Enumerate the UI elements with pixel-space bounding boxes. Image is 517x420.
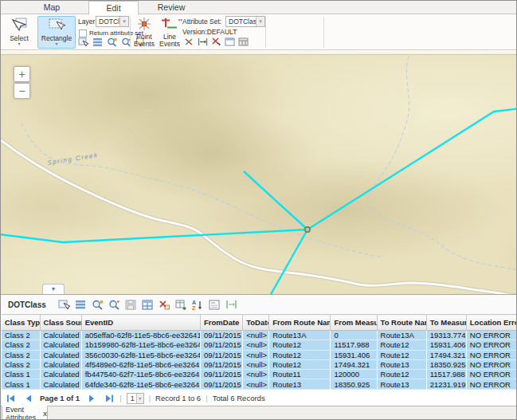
tab-edit[interactable]: Edit [88, 1, 139, 15]
table-cell[interactable]: Route13A [269, 331, 331, 340]
column-header[interactable]: FromDate [201, 315, 243, 331]
table-cell[interactable]: Calculated [40, 331, 81, 340]
table-cell[interactable]: 21231.919 [426, 379, 466, 389]
table-cell[interactable]: 18350.925 [331, 379, 377, 389]
select-features-icon[interactable] [77, 37, 88, 47]
close-icon[interactable]: x [43, 410, 47, 418]
table-cell[interactable]: 356c0030-62f8-11e5-8bc6-ee32641d5ec9 [81, 350, 200, 359]
table-cell[interactable]: NO ERROR [466, 359, 516, 369]
table-cell[interactable]: 09/11/2015 [201, 359, 243, 369]
table-cell[interactable]: 120000 [331, 370, 377, 379]
table-row[interactable]: Class 2Calculated1b159980-62f8-11e5-8bc6… [2, 340, 517, 350]
table-cell[interactable]: Route13A [377, 331, 426, 340]
table-cell[interactable]: NO ERROR [466, 340, 516, 350]
table-cell[interactable]: 18350.925 [426, 359, 466, 369]
table-cell[interactable]: <null> [243, 359, 269, 369]
table-cell[interactable]: NO ERROR [466, 370, 516, 379]
table-row[interactable]: Class 2Calculated356c0030-62f8-11e5-8bc6… [2, 350, 517, 359]
event-table-icon[interactable] [237, 37, 249, 47]
table-cell[interactable]: 64fde340-62f8-11e5-8bc6-ee32641d5ec9 [81, 379, 200, 389]
column-header[interactable]: Location Error [466, 315, 516, 331]
rectangle-button[interactable]: Rectangle ▾ [37, 16, 76, 49]
table-cell[interactable]: Route12 [377, 350, 426, 359]
table-cell[interactable]: 11517.988 [331, 340, 377, 350]
table-cell[interactable]: 09/11/2015 [201, 370, 243, 379]
table-cell[interactable]: 11517.988 [426, 370, 466, 379]
event-table[interactable]: Class TypeClass SourceEventIDFromDateToD… [2, 314, 517, 390]
table-cell[interactable]: Route11 [269, 370, 331, 379]
list-icon[interactable] [74, 298, 88, 311]
table-cell[interactable]: 4f5489e0-62f8-11e5-8bc6-ee32641d5ec9 [81, 359, 200, 369]
table-cell[interactable]: Class 2 [2, 359, 40, 369]
pan-to-selection-icon[interactable] [108, 298, 121, 311]
table-cell[interactable]: Calculated [40, 359, 81, 369]
table-cell[interactable]: <null> [243, 350, 269, 359]
map-canvas[interactable]: + − Spring Creek ▼ [1, 55, 517, 294]
table-cell[interactable]: Class 1 [2, 379, 40, 389]
line-events-button[interactable]: Line Events ▾▾ [158, 16, 182, 49]
chevron-down-icon[interactable]: ▾ [119, 17, 128, 26]
column-header[interactable]: To Route Name [377, 315, 426, 331]
table-cell[interactable]: 0 [331, 331, 377, 340]
page-number-combobox[interactable]: 1 ▾ [127, 393, 144, 404]
table-cell[interactable]: Route13 [269, 379, 331, 389]
table-cell[interactable]: 09/11/2015 [201, 379, 243, 389]
column-header[interactable]: Class Source [40, 315, 81, 331]
show-table-icon[interactable] [141, 298, 155, 311]
table-cell[interactable]: 17494.321 [426, 350, 466, 359]
select-button[interactable]: Select ▾ [4, 16, 34, 49]
chevron-down-icon[interactable]: ▾ [136, 394, 143, 403]
snap-event-icon[interactable] [210, 37, 221, 47]
table-cell[interactable]: <null> [243, 340, 269, 350]
table-cell[interactable]: Route12 [269, 350, 331, 359]
column-header[interactable]: From Measure [331, 315, 377, 331]
table-row[interactable]: Class 1Calculatedfb447540-62f7-11e5-8bc6… [2, 370, 517, 379]
tab-map[interactable]: Map [25, 1, 79, 14]
table-cell[interactable]: a05effa0-62f8-11e5-8bc6-ee32641d5ec9 [81, 331, 200, 340]
zoom-out-button[interactable]: − [14, 83, 30, 99]
attribute-set-combobox[interactable]: DOTClass ▾ [225, 16, 265, 27]
table-cell[interactable]: NO ERROR [466, 379, 516, 389]
save-icon[interactable] [124, 298, 138, 311]
chevron-down-icon[interactable]: ▾ [256, 17, 264, 26]
column-header[interactable]: Class Type [2, 315, 40, 331]
table-cell[interactable]: Class 2 [2, 331, 40, 340]
table-cell[interactable]: Route12 [269, 359, 331, 369]
split-event-icon[interactable] [183, 37, 194, 47]
last-page-button[interactable] [104, 393, 115, 403]
tab-review[interactable]: Review [144, 1, 198, 14]
table-cell[interactable]: Class 2 [2, 350, 40, 359]
panel-collapse-button[interactable]: ▼ [42, 284, 65, 294]
table-cell[interactable]: Route13 [377, 359, 426, 369]
measure-extent-icon[interactable] [197, 37, 208, 47]
sort-icon[interactable]: AZ [191, 298, 205, 311]
event-panel-icon[interactable] [224, 37, 235, 47]
zoom-to-selection-icon[interactable] [91, 298, 104, 311]
table-cell[interactable]: 17494.321 [331, 359, 377, 369]
table-row[interactable]: Class 2Calculateda05effa0-62f8-11e5-8bc6… [2, 331, 517, 340]
table-cell[interactable]: Calculated [40, 379, 81, 389]
column-header[interactable]: EventID [81, 315, 200, 331]
table-cell[interactable]: NO ERROR [466, 350, 516, 359]
zoom-in-button[interactable]: + [14, 66, 30, 82]
table-cell[interactable]: Route12 [377, 340, 426, 350]
column-header[interactable]: To Measure [426, 315, 466, 331]
table-cell[interactable]: fb447540-62f7-11e5-8bc6-ee32641d5ec9 [81, 370, 200, 379]
first-page-button[interactable] [5, 393, 16, 403]
measure-range-icon[interactable] [225, 298, 238, 311]
point-events-button[interactable]: Point Events [131, 16, 157, 49]
table-cell[interactable]: 09/11/2015 [201, 340, 243, 350]
table-cell[interactable]: <null> [243, 379, 269, 389]
table-row[interactable]: Class 2Calculated4f5489e0-62f8-11e5-8bc6… [2, 359, 517, 369]
table-cell[interactable]: <null> [243, 370, 269, 379]
table-cell[interactable]: Route12 [377, 370, 426, 379]
tab-event-attributes[interactable]: Event Attributes x [2, 406, 48, 420]
table-cell[interactable]: 1b159980-62f8-11e5-8bc6-ee32641d5ec9 [81, 340, 200, 350]
add-record-icon[interactable] [174, 298, 188, 311]
table-cell[interactable]: Route12 [269, 340, 331, 350]
table-cell[interactable]: 09/11/2015 [201, 331, 243, 340]
table-cell[interactable]: Calculated [40, 340, 81, 350]
form-view-icon[interactable] [208, 298, 221, 311]
column-header[interactable]: From Route Name [269, 315, 331, 331]
zoom-to-selection-icon[interactable] [106, 37, 117, 47]
